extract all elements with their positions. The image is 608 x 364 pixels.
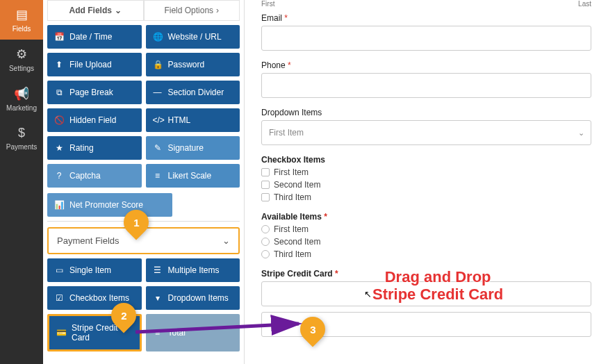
field-label: Single Item [69, 265, 111, 275]
dollar-icon: $ [18, 126, 25, 140]
field-multiple-items[interactable]: ☰Multiple Items [146, 258, 240, 282]
field-captcha[interactable]: ?Captcha [47, 164, 142, 188]
field-date-time[interactable]: 📅Date / Time [47, 25, 142, 49]
form-icon: ▤ [16, 7, 28, 22]
code-icon: </> [153, 115, 163, 125]
likert-icon: ≡ [153, 171, 163, 181]
dropdown-icon: ▾ [153, 293, 163, 303]
field-checkbox-items[interactable]: ☑Checkbox Items [47, 286, 142, 310]
chart-icon: 📊 [54, 200, 64, 210]
single-icon: ▭ [54, 265, 64, 275]
option-label: First Item [274, 224, 309, 234]
dropdown-label: Dropdown Items [261, 108, 591, 117]
tab-label: Add Fields [69, 6, 112, 15]
field-file-upload[interactable]: ⬆File Upload [47, 53, 142, 76]
question-icon: ? [54, 171, 64, 181]
field-label: Page Break [69, 88, 113, 97]
nav-payments[interactable]: $ Payments [0, 119, 43, 158]
available-label: Available Items * [261, 212, 591, 222]
star-icon: ★ [54, 143, 64, 153]
option-label: Second Item [274, 180, 320, 190]
chevron-down-icon: ⌄ [578, 129, 584, 138]
chevron-right-icon: › [216, 6, 219, 15]
payment-fields-header[interactable]: Payment Fields ⌄ [47, 227, 240, 254]
radio-option[interactable]: Third Item [261, 249, 591, 259]
fields-panel: Add Fields ⌄ Field Options › 📅Date / Tim… [43, 0, 245, 364]
checkbox-option[interactable]: First Item [261, 167, 591, 177]
globe-icon: 🌐 [153, 32, 163, 42]
option-label: First Item [274, 167, 309, 177]
field-label: Total [168, 328, 186, 338]
dropdown-select[interactable]: ⌄ [261, 120, 591, 145]
stripe-field-2[interactable] [261, 312, 591, 337]
credit-card-icon: 💳 [56, 328, 66, 338]
phone-field[interactable] [261, 73, 591, 98]
tab-add-fields[interactable]: Add Fields ⌄ [47, 0, 144, 21]
checkbox-icon [261, 168, 270, 176]
list-icon: ☰ [153, 265, 163, 275]
required-asterisk: * [284, 13, 288, 23]
required-asterisk: * [288, 60, 291, 70]
field-label: Website / URL [168, 32, 222, 42]
field-website-url[interactable]: 🌐Website / URL [146, 25, 240, 49]
first-label: First [261, 0, 274, 8]
checkbox-label: Checkbox Items [261, 155, 591, 165]
option-label: Third Item [274, 249, 311, 259]
tab-label: Field Options [164, 6, 213, 15]
chevron-down-icon: ⌄ [222, 235, 230, 246]
nav-marketing[interactable]: 📢 Marketing [0, 79, 43, 119]
nav-label: Payments [6, 143, 37, 151]
cursor-icon: ↖ [364, 289, 372, 299]
required-asterisk: * [324, 212, 327, 222]
field-total[interactable]: ≡Total [146, 314, 240, 351]
radio-icon [261, 225, 270, 233]
field-page-break[interactable]: ⧉Page Break [47, 81, 142, 104]
field-hidden-field[interactable]: 🚫Hidden Field [47, 108, 142, 132]
nav-fields[interactable]: ▤ Fields [0, 0, 43, 40]
email-field[interactable] [261, 26, 591, 51]
field-label: Date / Time [69, 32, 112, 42]
radio-icon [261, 250, 270, 258]
field-dropdown-items[interactable]: ▾Dropdown Items [146, 286, 240, 310]
field-label: Multiple Items [168, 265, 220, 275]
total-icon: ≡ [153, 328, 163, 338]
divider-icon: — [153, 88, 163, 97]
checkbox-option[interactable]: Third Item [261, 192, 591, 202]
gear-icon: ⚙ [16, 47, 27, 62]
field-html[interactable]: </>HTML [146, 108, 240, 132]
field-single-item[interactable]: ▭Single Item [47, 258, 142, 282]
phone-group: Phone * [261, 60, 591, 98]
field-label: Rating [69, 143, 94, 153]
last-label: Last [578, 0, 591, 8]
field-stripe-credit-card[interactable]: 💳Stripe Credit Card [47, 314, 142, 351]
checkbox-option[interactable]: Second Item [261, 180, 591, 190]
nav-label: Fields [13, 25, 31, 33]
field-net-promoter-score[interactable]: 📊Net Promoter Score [47, 193, 172, 217]
section-title: Payment Fields [57, 235, 120, 246]
payment-fields-grid: ▭Single Item ☰Multiple Items ☑Checkbox I… [47, 258, 240, 351]
nav-settings[interactable]: ⚙ Settings [0, 40, 43, 79]
upload-icon: ⬆ [54, 60, 64, 69]
name-row: First Last [261, 0, 591, 10]
dropdown-value[interactable] [261, 120, 591, 145]
field-label: Password [168, 60, 205, 69]
field-label: HTML [168, 115, 191, 125]
field-label: Checkbox Items [69, 293, 129, 303]
tab-field-options[interactable]: Field Options › [144, 0, 240, 21]
hidden-icon: 🚫 [54, 115, 64, 125]
field-label: Captcha [69, 171, 101, 181]
radio-option[interactable]: Second Item [261, 237, 591, 247]
checkbox-group: Checkbox Items First Item Second Item Th… [261, 155, 591, 202]
calendar-icon: 📅 [54, 32, 64, 42]
field-password[interactable]: 🔒Password [146, 53, 240, 76]
field-rating[interactable]: ★Rating [47, 136, 142, 160]
field-signature[interactable]: ✎Signature [146, 136, 240, 160]
fancy-fields-grid: 📅Date / Time 🌐Website / URL ⬆File Upload… [47, 25, 240, 188]
field-section-divider[interactable]: —Section Divider [146, 81, 240, 104]
radio-option[interactable]: First Item [261, 224, 591, 234]
field-likert-scale[interactable]: ≡Likert Scale [146, 164, 240, 188]
checkbox-icon [261, 193, 270, 201]
nav-label: Marketing [6, 104, 37, 112]
checkbox-icon [261, 181, 270, 189]
nps-row: 📊Net Promoter Score [47, 193, 240, 217]
